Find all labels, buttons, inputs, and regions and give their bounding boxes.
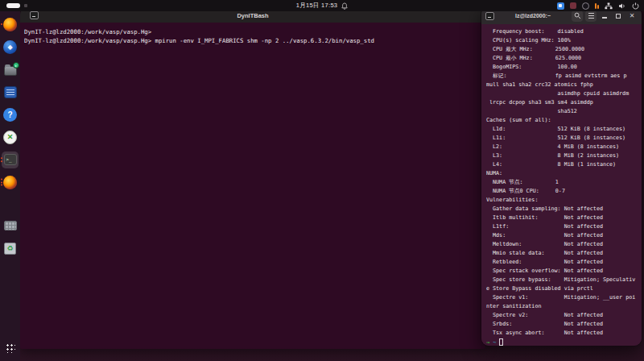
clock-label: 1月15日 17:53	[296, 2, 338, 10]
dock-item-blue-text-app[interactable]	[0, 85, 20, 99]
recording-icon[interactable]	[570, 2, 576, 9]
main-terminal-body[interactable]: DynIT-lz@lzd2000:/work/vasp/vasp.Hg> Dyn…	[20, 23, 485, 349]
x-session-app-icon: ✕	[3, 131, 17, 144]
firefox-icon	[3, 18, 17, 31]
dock-item-file-manager[interactable]: ›	[0, 62, 20, 77]
mic-level-icon[interactable]	[595, 3, 600, 9]
right-terminal-body[interactable]: Frequency boost: disabled CPU(s) scaling…	[481, 24, 642, 346]
search-icon	[574, 12, 581, 19]
minimize-icon	[602, 17, 607, 19]
close-button[interactable]: ✕	[626, 10, 638, 22]
maximize-button[interactable]	[613, 10, 624, 22]
notification-bell-icon	[341, 2, 348, 10]
blue-gem-app-icon: ◆	[3, 40, 17, 54]
input-method-icon[interactable]	[557, 2, 564, 10]
dock: ◆ › ? ✕ >_ ♻	[0, 11, 20, 361]
firefox-icon	[3, 176, 17, 189]
prompt-path: ~	[493, 339, 496, 346]
dock-item-blue-gem-app[interactable]: ◆	[0, 39, 20, 54]
recycle-trash-icon: ♻	[4, 243, 16, 255]
keyboard-app-icon	[4, 221, 17, 230]
right-window-title: lz@lzd2000:~	[497, 13, 569, 19]
running-indicator	[1, 157, 2, 162]
system-tray[interactable]	[557, 0, 640, 11]
running-indicator	[1, 23, 2, 25]
screencast-icon[interactable]	[582, 2, 589, 10]
file-manager-icon: ›	[4, 66, 17, 76]
dock-item-keyboard-app[interactable]	[0, 218, 20, 233]
main-terminal-output: DynIT-lz@lzd2000:/work/vasp/vasp.Hg> Dyn…	[24, 27, 481, 45]
app-grid-icon	[5, 342, 15, 353]
minimize-button[interactable]	[599, 10, 610, 22]
menu-button[interactable]	[585, 10, 597, 22]
dock-item-help[interactable]: ?	[0, 107, 20, 122]
text-cursor	[499, 338, 503, 346]
main-terminal-window: DynITBash DynIT-lz@lzd2000:/work/vasp/va…	[20, 8, 485, 349]
terminal-window-icon	[485, 12, 494, 20]
dock-item-x-session-app[interactable]: ✕	[0, 130, 20, 144]
right-terminal-output: Frequency boost: disabled CPU(s) scaling…	[486, 27, 637, 338]
close-icon: ✕	[630, 13, 635, 19]
dock-item-trash[interactable]: ♻	[0, 241, 20, 255]
dock-item-firefox-running[interactable]	[0, 175, 20, 189]
hamburger-menu-icon	[588, 13, 594, 19]
search-button[interactable]	[572, 10, 583, 22]
prompt-arrow: →	[486, 339, 489, 346]
right-terminal-window: lz@lzd2000:~ ✕ Frequency boost: disabled…	[481, 6, 642, 346]
dock-item-terminal-active[interactable]: >_	[0, 152, 20, 167]
blue-text-app-icon	[4, 86, 17, 98]
active-app-highlight: >_	[2, 151, 19, 168]
clock-area[interactable]: 1月15日 17:53	[0, 0, 644, 11]
terminal-window-icon	[30, 11, 39, 19]
help-icon: ?	[3, 108, 17, 122]
dock-item-app-grid[interactable]	[0, 340, 20, 355]
green-badge-icon: ›	[13, 62, 19, 68]
network-icon[interactable]	[605, 2, 613, 10]
maximize-icon	[616, 14, 621, 19]
terminal-icon: >_	[4, 154, 17, 165]
running-indicator	[1, 179, 2, 186]
shell-prompt: → ~	[486, 338, 637, 346]
top-bar: 1月15日 17:53	[0, 0, 644, 11]
main-window-title: DynITBash	[20, 12, 485, 19]
volume-icon[interactable]	[618, 2, 626, 10]
power-icon[interactable]	[632, 2, 639, 10]
dock-item-firefox[interactable]	[0, 17, 20, 31]
